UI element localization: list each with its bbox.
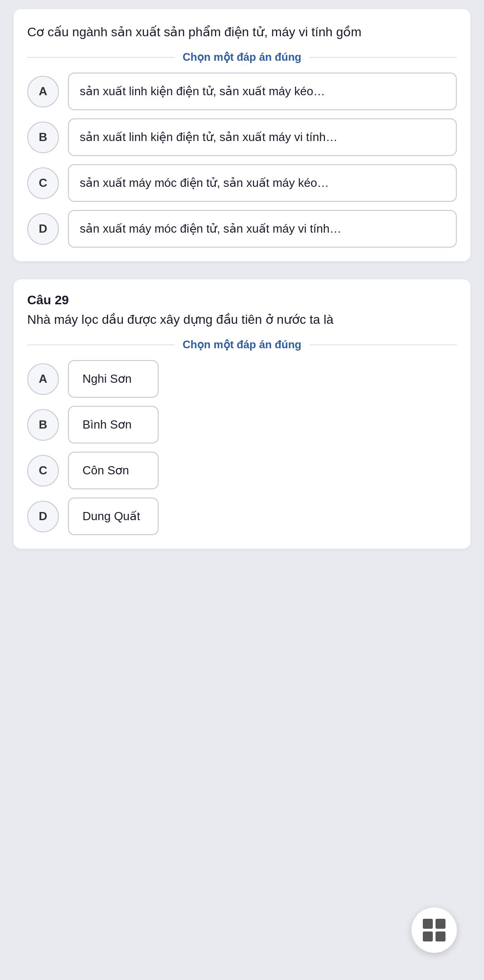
option-row-29-c[interactable]: C Côn Sơn — [27, 452, 457, 489]
divider-line-right — [310, 57, 457, 58]
option-box-29-a[interactable]: Nghi Sơn — [68, 360, 159, 398]
option-box-28-a[interactable]: sản xuất linh kiện điện tử, sản xuất máy… — [68, 73, 457, 110]
grid-cell-1 — [423, 919, 433, 929]
option-box-29-b[interactable]: Bình Sơn — [68, 406, 159, 444]
option-box-28-b[interactable]: sản xuất linh kiện điện tử, sản xuất máy… — [68, 118, 457, 156]
option-circle-28-d: D — [27, 213, 59, 245]
divider-29-line-right — [310, 345, 457, 345]
option-circle-29-a: A — [27, 363, 59, 395]
question-28-card: Cơ cấu ngành sản xuất sản phẩm điện tử, … — [14, 9, 470, 261]
divider-28: Chọn một đáp án đúng — [27, 51, 457, 63]
option-row-29-a[interactable]: A Nghi Sơn — [27, 360, 457, 398]
option-row-28-c[interactable]: C sản xuất máy móc điện tử, sản xuất máy… — [27, 164, 457, 202]
option-circle-28-b: B — [27, 122, 59, 153]
option-box-28-d[interactable]: sản xuất máy móc điện tử, sản xuất máy v… — [68, 210, 457, 248]
grid-icon — [423, 919, 445, 941]
option-row-29-d[interactable]: D Dung Quất — [27, 497, 457, 535]
option-circle-28-a: A — [27, 76, 59, 107]
question-29-text: Nhà máy lọc dầu được xây dựng đầu tiên ở… — [27, 310, 457, 329]
divider-line-left — [27, 57, 174, 58]
question-28-text: Cơ cấu ngành sản xuất sản phẩm điện tử, … — [27, 23, 457, 42]
grid-cell-2 — [436, 919, 445, 929]
option-box-28-c[interactable]: sản xuất máy móc điện tử, sản xuất máy k… — [68, 164, 457, 202]
option-circle-29-d: D — [27, 501, 59, 532]
option-box-29-d[interactable]: Dung Quất — [68, 497, 159, 535]
divider-29-line-left — [27, 345, 174, 345]
option-box-29-c[interactable]: Côn Sơn — [68, 452, 159, 489]
option-circle-29-c: C — [27, 455, 59, 487]
options-container-28: A sản xuất linh kiện điện tử, sản xuất m… — [27, 73, 457, 248]
option-circle-29-b: B — [27, 409, 59, 441]
question-29-card: Câu 29 Nhà máy lọc dầu được xây dựng đầu… — [14, 279, 470, 549]
option-row-28-a[interactable]: A sản xuất linh kiện điện tử, sản xuất m… — [27, 73, 457, 110]
section-label-29: Chọn một đáp án đúng — [174, 338, 310, 351]
divider-29: Chọn một đáp án đúng — [27, 338, 457, 351]
question-29-label: Câu 29 — [27, 293, 457, 307]
grid-cell-3 — [423, 931, 433, 941]
option-row-28-b[interactable]: B sản xuất linh kiện điện tử, sản xuất m… — [27, 118, 457, 156]
fab-grid-button[interactable] — [411, 907, 457, 953]
section-label-28: Chọn một đáp án đúng — [174, 51, 310, 63]
options-container-29: A Nghi Sơn B Bình Sơn C Côn Sơn D Dung Q… — [27, 360, 457, 535]
option-row-28-d[interactable]: D sản xuất máy móc điện tử, sản xuất máy… — [27, 210, 457, 248]
option-circle-28-c: C — [27, 167, 59, 199]
grid-cell-4 — [436, 931, 445, 941]
option-row-29-b[interactable]: B Bình Sơn — [27, 406, 457, 444]
